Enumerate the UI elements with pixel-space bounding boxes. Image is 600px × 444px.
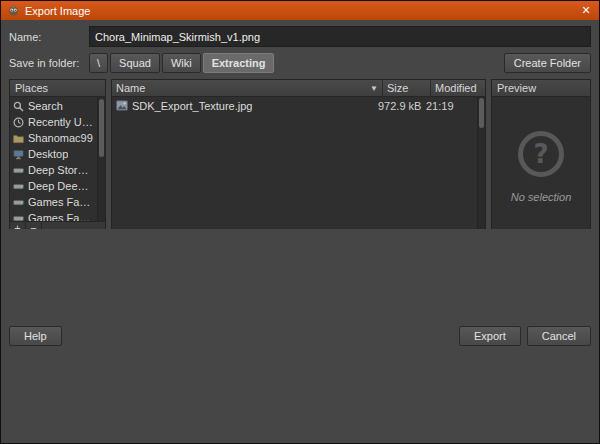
drive-icon xyxy=(13,181,24,192)
filename-input[interactable] xyxy=(89,26,591,47)
export-button[interactable]: Export xyxy=(459,326,521,346)
sort-desc-icon[interactable]: ▼ xyxy=(370,84,378,93)
place-item-recently-used[interactable]: Recently Used xyxy=(10,114,97,130)
preview-body: ? No selection xyxy=(492,97,590,229)
place-label: Desktop xyxy=(28,148,68,160)
breadcrumb-extracting[interactable]: Extracting xyxy=(203,53,275,73)
places-header: Places xyxy=(10,80,105,97)
save-in-folder-label: Save in folder: xyxy=(9,57,89,69)
desktop-icon xyxy=(13,149,24,160)
create-folder-button[interactable]: Create Folder xyxy=(504,53,591,73)
file-modified: 21:19 xyxy=(422,100,477,112)
image-file-icon xyxy=(116,100,128,111)
name-row: Name: xyxy=(9,26,591,47)
place-label: Recently Used xyxy=(28,116,94,128)
file-list-header: Name ▼ Size Modified xyxy=(112,80,485,97)
breadcrumb-squad[interactable]: Squad xyxy=(110,53,160,73)
drive-icon xyxy=(13,197,24,208)
place-item-drive-e[interactable]: Games Fast2 (E:) xyxy=(10,194,97,210)
name-label: Name: xyxy=(9,31,89,43)
clock-icon xyxy=(13,117,24,128)
file-name: SDK_Export_Texture.jpg xyxy=(132,100,252,112)
file-row[interactable]: SDK_Export_Texture.jpg 972.9 kB 21:19 xyxy=(112,97,477,114)
dialog-body: Name: Save in folder: \ Squad Wiki Extra… xyxy=(1,20,599,229)
breadcrumb-wiki[interactable]: Wiki xyxy=(162,53,201,73)
place-label: Games Fast2 (E:) xyxy=(28,196,94,208)
places-panel: Places Search Recently Used xyxy=(9,79,106,229)
place-item-drive-d[interactable]: Games Fast (D:) xyxy=(10,210,97,221)
file-rows: SDK_Export_Texture.jpg 972.9 kB 21:19 xyxy=(112,97,477,229)
titlebar[interactable]: Export Image ✕ xyxy=(1,1,599,20)
place-item-drive-g[interactable]: Deep Storage (G:) xyxy=(10,162,97,178)
drive-icon xyxy=(13,165,24,176)
place-label: Shanomac99 xyxy=(28,132,93,144)
file-list-scrollbar[interactable] xyxy=(477,97,485,229)
place-item-search[interactable]: Search xyxy=(10,98,97,114)
place-label: Search xyxy=(28,100,63,112)
places-footer: + − xyxy=(10,221,105,229)
close-icon[interactable]: ✕ xyxy=(579,5,593,16)
no-selection-text: No selection xyxy=(511,191,572,203)
drive-icon xyxy=(13,213,24,222)
places-list: Search Recently Used Shanomac99 Des xyxy=(10,97,97,221)
place-label: Deep Storage (G:) xyxy=(28,164,94,176)
breadcrumb: \ Squad Wiki Extracting xyxy=(89,53,274,73)
export-image-dialog: Export Image ✕ Name: Save in folder: \ S… xyxy=(0,0,600,444)
dialog-footer: Help Export Cancel xyxy=(1,229,599,444)
size-column-label: Size xyxy=(387,82,408,94)
question-icon: ? xyxy=(518,131,564,177)
preview-panel: Preview ? No selection xyxy=(491,79,591,229)
folder-row: Save in folder: \ Squad Wiki Extracting … xyxy=(9,53,591,73)
folder-icon xyxy=(13,133,24,144)
place-label: Games Fast (D:) xyxy=(28,212,94,221)
file-size: 972.9 kB xyxy=(374,100,422,112)
places-scrollbar[interactable] xyxy=(97,97,105,221)
column-header-size[interactable]: Size xyxy=(382,80,430,96)
place-item-home[interactable]: Shanomac99 xyxy=(10,130,97,146)
cancel-button[interactable]: Cancel xyxy=(527,326,591,346)
search-icon xyxy=(13,101,24,112)
modified-column-label: Modified xyxy=(435,82,477,94)
column-header-modified[interactable]: Modified xyxy=(430,80,485,96)
file-list-panel: Name ▼ Size Modified xyxy=(111,79,486,229)
place-item-desktop[interactable]: Desktop xyxy=(10,146,97,162)
name-column-label: Name xyxy=(116,82,145,94)
column-header-name[interactable]: Name ▼ xyxy=(112,80,382,96)
file-list-scrollbar-thumb[interactable] xyxy=(479,98,484,128)
place-item-drive-deep[interactable]: Deep Deep Stor... xyxy=(10,178,97,194)
places-scrollbar-thumb[interactable] xyxy=(99,99,104,157)
preview-header: Preview xyxy=(492,80,590,97)
main-area: Places Search Recently Used xyxy=(9,79,591,229)
window-title: Export Image xyxy=(25,5,90,17)
gimp-app-icon xyxy=(7,4,20,17)
breadcrumb-root[interactable]: \ xyxy=(89,53,108,73)
help-button[interactable]: Help xyxy=(9,326,62,346)
place-label: Deep Deep Stor... xyxy=(28,180,94,192)
